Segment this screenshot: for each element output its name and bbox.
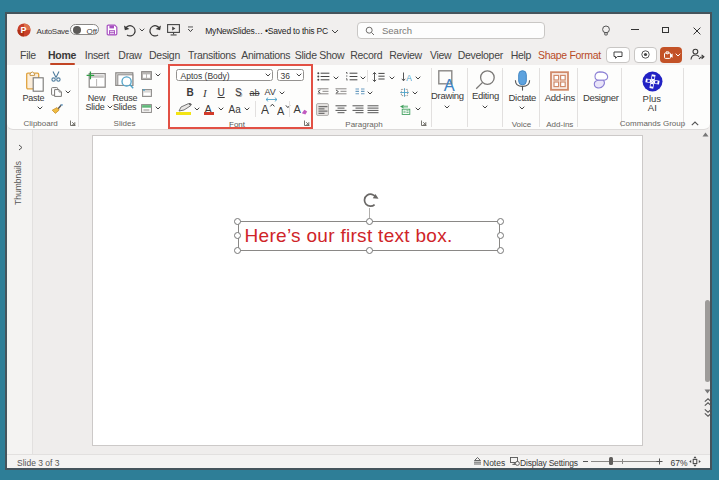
svg-text:P: P <box>20 25 26 35</box>
svg-text:A: A <box>407 72 413 81</box>
svg-text:A: A <box>443 76 454 92</box>
